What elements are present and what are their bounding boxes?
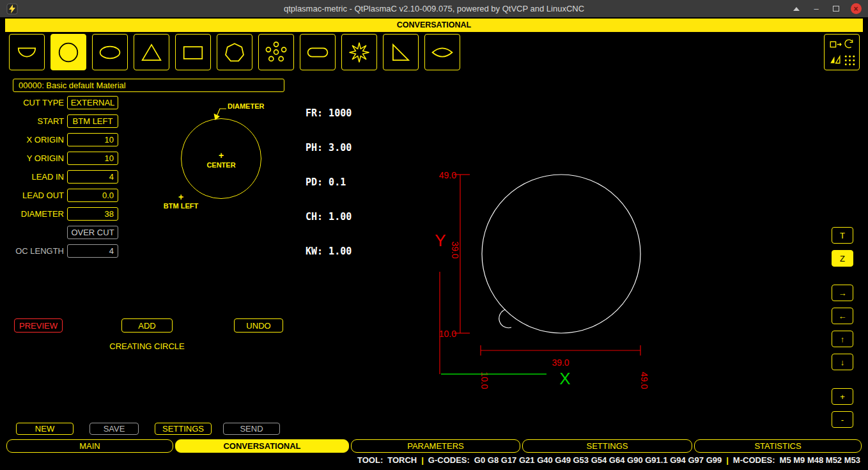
shape-triangle-button[interactable] bbox=[134, 34, 169, 70]
dim-label-v-mid: 39.0 bbox=[450, 241, 460, 258]
statusbar-separator: | bbox=[726, 455, 729, 465]
cut-type-label: CUT TYPE bbox=[0, 96, 64, 109]
settings-button[interactable]: SETTINGS bbox=[155, 423, 212, 435]
preview-button[interactable]: PREVIEW bbox=[14, 318, 63, 333]
tool-value: TORCH bbox=[387, 455, 417, 465]
minimize-icon: – bbox=[814, 4, 818, 13]
x-axis-label: X bbox=[559, 369, 570, 388]
diagram-center-label: CENTER bbox=[203, 161, 239, 169]
diameter-input[interactable]: 38 bbox=[67, 207, 118, 221]
close-button[interactable]: × bbox=[850, 3, 862, 15]
minimize-button[interactable]: – bbox=[810, 3, 822, 15]
shape-slot-button[interactable] bbox=[300, 34, 336, 70]
star-icon bbox=[345, 38, 373, 67]
diagram-diameter-label: DIAMETER bbox=[228, 102, 264, 110]
gcodes-value: G0 G8 G17 G21 G40 G49 G53 G54 G64 G90 G9… bbox=[474, 455, 722, 465]
dim-label-h-mid: 39.0 bbox=[552, 357, 569, 368]
shape-star-button[interactable] bbox=[341, 34, 377, 70]
preview-area: FR: 1000 PH: 3.00 PD: 0.1 CH: 1.00 KW: 1… bbox=[297, 79, 826, 430]
main-tabbar: MAIN CONVERSATIONAL PARAMETERS SETTINGS … bbox=[6, 439, 862, 453]
qtplasmac-window: qtplasmac-metric - QtPlasmaC v2.10-009.0… bbox=[0, 0, 868, 470]
statusbar: TOOL: TORCH | G-CODES: G0 G8 G17 G21 G40… bbox=[0, 454, 860, 466]
tool-label: TOOL: bbox=[357, 455, 383, 465]
transform-tools-icon bbox=[827, 38, 856, 67]
mcodes-label: M-CODES: bbox=[733, 455, 775, 465]
gcodes-label: G-CODES: bbox=[428, 455, 470, 465]
diameter-label: DIAMETER bbox=[0, 207, 64, 221]
shape-utilities-button[interactable] bbox=[824, 34, 860, 70]
titlebar: qtplasmac-metric - QtPlasmaC v2.10-009.0… bbox=[0, 0, 868, 17]
shape-circle-button[interactable] bbox=[50, 34, 86, 70]
restore-icon bbox=[833, 6, 839, 12]
x-origin-label: X ORIGIN bbox=[0, 133, 64, 146]
tab-parameters[interactable]: PARAMETERS bbox=[351, 439, 520, 453]
shape-lens-button[interactable] bbox=[424, 34, 460, 70]
pan-up-button[interactable]: ↑ bbox=[832, 331, 853, 347]
restore-button[interactable] bbox=[830, 3, 842, 15]
circle-icon bbox=[54, 38, 82, 67]
btm-left-marker-icon: + bbox=[177, 193, 185, 201]
tab-settings[interactable]: SETTINGS bbox=[522, 439, 692, 453]
material-select[interactable]: 00000: Basic default Material bbox=[13, 79, 284, 92]
x-origin-input[interactable]: 10 bbox=[67, 133, 118, 146]
tab-main[interactable]: MAIN bbox=[6, 439, 173, 453]
shade-button[interactable] bbox=[791, 3, 802, 15]
shape-ellipse-button[interactable] bbox=[92, 34, 128, 70]
lead-out-input[interactable]: 0.0 bbox=[67, 189, 118, 202]
lead-in-label: LEAD IN bbox=[0, 170, 64, 184]
ellipse-icon bbox=[96, 38, 124, 67]
oc-length-label: OC LENGTH bbox=[0, 244, 64, 258]
triangle-icon bbox=[137, 38, 166, 67]
shape-rectangle-button[interactable] bbox=[175, 34, 211, 70]
lead-in-input[interactable]: 4 bbox=[67, 170, 118, 184]
conversational-status-text: CREATING CIRCLE bbox=[0, 341, 294, 351]
start-label: START bbox=[0, 114, 64, 128]
lens-icon bbox=[428, 38, 456, 67]
start-select[interactable]: BTM LEFT bbox=[67, 114, 118, 128]
zoom-out-button[interactable]: - bbox=[832, 411, 853, 428]
view-top-button[interactable]: T bbox=[832, 227, 853, 244]
pan-down-button[interactable]: ↓ bbox=[832, 354, 853, 370]
shape-gusset-button[interactable] bbox=[383, 34, 419, 70]
tab-statistics[interactable]: STATISTICS bbox=[694, 439, 862, 453]
shape-lines-button[interactable] bbox=[9, 34, 45, 70]
part-circle bbox=[482, 175, 640, 333]
rectangle-icon bbox=[179, 38, 207, 67]
y-origin-label: Y ORIGIN bbox=[0, 152, 64, 165]
save-button[interactable]: SAVE bbox=[89, 423, 139, 435]
new-button[interactable]: NEW bbox=[16, 423, 74, 435]
y-axis-label: Y bbox=[435, 231, 446, 250]
lead-in-arc bbox=[499, 309, 511, 328]
statusbar-separator: | bbox=[421, 455, 424, 465]
view-z-button[interactable]: Z bbox=[832, 250, 853, 267]
dim-label-v-top: 49.0 bbox=[439, 170, 456, 180]
lead-out-label: LEAD OUT bbox=[0, 189, 64, 202]
mcodes-value: M5 M9 M48 M52 M53 bbox=[780, 455, 860, 465]
window-controls: – × bbox=[791, 0, 862, 17]
shape-bolt-circle-button[interactable] bbox=[258, 34, 294, 70]
pan-left-button[interactable]: ← bbox=[832, 308, 853, 324]
shape-polygon-button[interactable] bbox=[217, 34, 252, 70]
lines-icon bbox=[13, 38, 41, 67]
send-button[interactable]: SEND bbox=[223, 423, 280, 435]
mode-banner: CONVERSATIONAL bbox=[5, 19, 863, 32]
dim-label-h-right: 49.0 bbox=[639, 372, 649, 389]
zoom-in-button[interactable]: + bbox=[832, 388, 853, 405]
preview-canvas: 49.0 39.0 10.0 Y 39.0 10.0 49.0 X bbox=[297, 79, 826, 430]
dim-label-v-bottom: 10.0 bbox=[439, 329, 456, 339]
close-icon: × bbox=[851, 3, 862, 14]
oc-length-input[interactable]: 4 bbox=[67, 244, 118, 258]
polygon-icon bbox=[221, 38, 249, 67]
y-origin-input[interactable]: 10 bbox=[67, 152, 118, 165]
slot-icon bbox=[304, 38, 332, 67]
eject-icon bbox=[793, 7, 800, 11]
cut-type-select[interactable]: EXTERNAL bbox=[67, 96, 118, 109]
pan-right-button[interactable]: → bbox=[832, 285, 853, 301]
over-cut-button[interactable]: OVER CUT bbox=[67, 226, 118, 239]
bolt-circle-icon bbox=[262, 38, 290, 67]
add-button[interactable]: ADD bbox=[121, 318, 173, 333]
app-icon bbox=[6, 3, 18, 15]
tab-conversational[interactable]: CONVERSATIONAL bbox=[175, 439, 349, 453]
gusset-icon bbox=[387, 38, 415, 67]
undo-button[interactable]: UNDO bbox=[234, 318, 283, 333]
